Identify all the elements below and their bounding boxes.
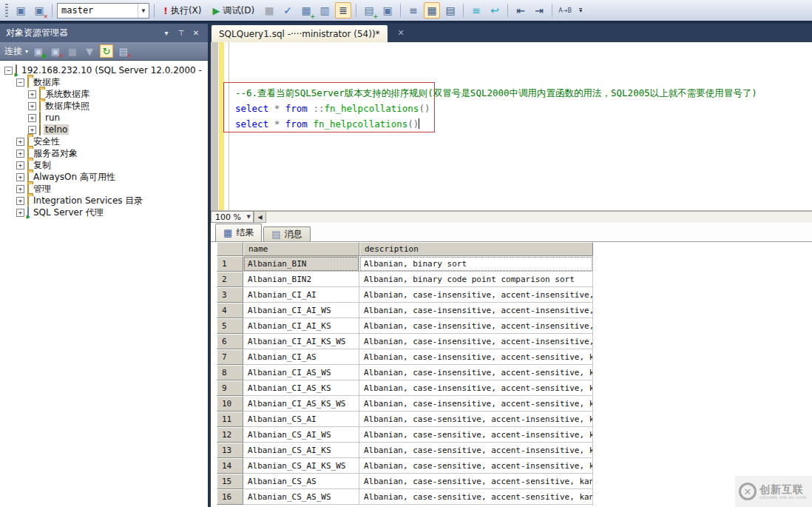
tree-expander[interactable]: + bbox=[28, 114, 36, 122]
cell-name[interactable]: Albanian_BIN bbox=[243, 256, 359, 272]
cell-description[interactable]: Albanian, case-sensitive, accent-insensi… bbox=[359, 458, 593, 474]
cell-name[interactable]: Albanian_CS_AI_KS bbox=[243, 443, 359, 458]
row-number-cell[interactable]: 10 bbox=[217, 396, 243, 412]
cell-name[interactable]: Albanian_CS_AI_KS_WS bbox=[243, 458, 359, 474]
tree-expander[interactable]: + bbox=[28, 102, 36, 110]
row-number-cell[interactable]: 5 bbox=[217, 318, 243, 334]
decrease-indent-icon[interactable]: ⇤ bbox=[512, 2, 529, 19]
tree-item[interactable]: +系统数据库 bbox=[0, 88, 208, 100]
execute-button[interactable]: !执行(X) bbox=[159, 2, 206, 19]
show-estimated-plan-icon[interactable]: ▦+ bbox=[298, 2, 314, 19]
row-number-cell[interactable]: 8 bbox=[217, 365, 243, 380]
oe-stop-icon[interactable]: ■ bbox=[66, 44, 79, 58]
tree-item[interactable]: −数据库 bbox=[0, 76, 208, 88]
cell-name[interactable]: Albanian_CI_AS_WS bbox=[243, 365, 359, 380]
tree-expander[interactable]: − bbox=[16, 78, 24, 87]
row-number-cell[interactable]: 11 bbox=[217, 412, 243, 427]
connect-icon[interactable]: ▣ bbox=[13, 2, 29, 19]
object-explorer-titlebar[interactable]: 对象资源管理器 ▾ ⊤ ✕ bbox=[0, 24, 208, 42]
tree-expander[interactable]: + bbox=[16, 173, 24, 181]
cell-name[interactable]: Albanian_BIN2 bbox=[243, 272, 359, 287]
row-number-cell[interactable]: 15 bbox=[217, 474, 243, 489]
edit-in-text-editor-icon[interactable]: ≣ bbox=[335, 2, 351, 19]
cell-name[interactable]: Albanian_CI_AS_KS bbox=[243, 380, 359, 396]
row-number-cell[interactable]: 4 bbox=[217, 303, 243, 318]
cell-description[interactable]: Albanian, case-insensitive, accent-sensi… bbox=[359, 365, 593, 380]
row-number-cell[interactable]: 3 bbox=[217, 287, 243, 303]
oe-filter-icon[interactable]: ▼ bbox=[83, 44, 96, 58]
results-to-grid-icon[interactable]: ▦ bbox=[424, 2, 440, 19]
editor-zoom-combo[interactable]: 100 % ▼ bbox=[211, 211, 254, 223]
cell-name[interactable]: Albanian_CI_AS bbox=[243, 349, 359, 365]
results-tab-messages[interactable]: ▤消息 bbox=[263, 226, 310, 241]
row-number-cell[interactable]: 16 bbox=[217, 489, 243, 505]
grid-column-header-description[interactable]: description bbox=[359, 242, 593, 256]
cell-description[interactable]: Albanian, case-sensitive, accent-insensi… bbox=[359, 427, 593, 443]
tab-close-icon[interactable]: ✕ bbox=[398, 28, 405, 38]
tree-expander[interactable]: + bbox=[16, 209, 24, 217]
cell-description[interactable]: Albanian, case-insensitive, accent-insen… bbox=[359, 334, 593, 349]
tree-item[interactable]: +run bbox=[0, 112, 208, 124]
specify-template-values-icon[interactable]: A→B bbox=[557, 2, 573, 19]
cell-description[interactable]: Albanian, binary sort bbox=[359, 256, 593, 272]
debug-button[interactable]: ▶调试(D) bbox=[209, 2, 260, 19]
comment-lines-icon[interactable]: ≡ bbox=[468, 2, 484, 19]
results-to-file-icon[interactable]: ▤ bbox=[442, 2, 459, 19]
tree-expander[interactable]: − bbox=[4, 67, 13, 75]
cell-description[interactable]: Albanian, case-insensitive, accent-sensi… bbox=[359, 349, 593, 365]
results-tab-results[interactable]: ▦结果 bbox=[215, 224, 262, 241]
tree-expander[interactable]: + bbox=[16, 197, 24, 205]
cell-description[interactable]: Albanian, case-sensitive, accent-insensi… bbox=[359, 412, 593, 427]
tree-expander[interactable]: + bbox=[16, 185, 24, 193]
query-options-icon[interactable]: ▥ bbox=[317, 2, 333, 19]
grid-corner-cell[interactable] bbox=[217, 242, 243, 256]
cell-name[interactable]: Albanian_CS_AI bbox=[243, 412, 359, 427]
toolbar-grip[interactable] bbox=[5, 4, 8, 17]
results-grid[interactable]: namedescription1Albanian_BINAlbanian, bi… bbox=[217, 242, 812, 507]
connect-button[interactable]: 连接 ▾ bbox=[4, 45, 28, 58]
cell-description[interactable]: Albanian, case-sensitive, accent-sensiti… bbox=[359, 474, 593, 489]
cell-description[interactable]: Albanian, case-insensitive, accent-insen… bbox=[359, 287, 593, 303]
cell-description[interactable]: Albanian, case-insensitive, accent-sensi… bbox=[359, 380, 593, 396]
tree-expander[interactable]: + bbox=[16, 138, 24, 146]
cell-name[interactable]: Albanian_CS_AI_WS bbox=[243, 427, 359, 443]
oe-connect-icon[interactable]: ▣● bbox=[32, 44, 45, 58]
tree-item[interactable]: +Integration Services 目录 bbox=[0, 195, 208, 207]
row-number-cell[interactable]: 6 bbox=[217, 334, 243, 349]
hscroll-left-arrow[interactable]: ◀ bbox=[254, 211, 266, 223]
row-number-cell[interactable]: 9 bbox=[217, 380, 243, 396]
grid-column-header-name[interactable]: name bbox=[243, 242, 359, 256]
row-number-cell[interactable]: 13 bbox=[217, 443, 243, 458]
tree-expander[interactable]: + bbox=[28, 90, 36, 98]
chevron-down-icon[interactable]: ▼ bbox=[138, 4, 149, 18]
tab-sqlquery1[interactable]: SQLQuery1.sql -····ministrator (54))* bbox=[212, 25, 388, 42]
cell-name[interactable]: Albanian_CS_AS_WS bbox=[243, 489, 359, 505]
row-number-cell[interactable]: 1 bbox=[217, 256, 243, 272]
cell-name[interactable]: Albanian_CI_AI_WS bbox=[243, 303, 359, 318]
tree-expander[interactable]: + bbox=[16, 150, 24, 158]
stop-button[interactable]: ■ bbox=[261, 2, 277, 19]
change-connection-icon[interactable]: ▣✕ bbox=[31, 2, 47, 19]
close-icon[interactable]: ✕ bbox=[190, 29, 202, 37]
oe-disconnect-icon[interactable]: ▣✕ bbox=[49, 44, 62, 58]
oe-script-error-icon[interactable]: ▤✕ bbox=[117, 44, 130, 58]
row-number-cell[interactable]: 2 bbox=[217, 272, 243, 287]
cell-name[interactable]: Albanian_CS_AS bbox=[243, 474, 359, 489]
row-number-cell[interactable]: 14 bbox=[217, 458, 243, 474]
cell-description[interactable]: Albanian, case-sensitive, accent-insensi… bbox=[359, 443, 593, 458]
row-number-cell[interactable]: 7 bbox=[217, 349, 243, 365]
oe-refresh-icon[interactable]: ↻ bbox=[100, 44, 113, 58]
cell-description[interactable]: Albanian, case-sensitive, accent-sensiti… bbox=[359, 489, 593, 505]
cell-description[interactable]: Albanian, case-insensitive, accent-sensi… bbox=[359, 396, 593, 412]
cell-description[interactable]: Albanian, binary code point comparison s… bbox=[359, 272, 593, 287]
database-combo[interactable]: master▼ bbox=[57, 3, 149, 19]
code-lines[interactable]: --6.查看当前SQLServer版本支持的排序规则(双冒号是SQL2000中调… bbox=[235, 85, 812, 132]
sql-editor[interactable]: --6.查看当前SQLServer版本支持的排序规则(双冒号是SQL2000中调… bbox=[211, 42, 812, 210]
toolbar-overflow-button[interactable]: ▾ bbox=[575, 2, 586, 19]
tree-item[interactable]: +数据库快照 bbox=[0, 100, 208, 112]
cell-name[interactable]: Albanian_CI_AI bbox=[243, 287, 359, 303]
row-number-cell[interactable]: 12 bbox=[217, 427, 243, 443]
tree-expander[interactable]: + bbox=[16, 161, 24, 169]
cell-name[interactable]: Albanian_CI_AI_KS bbox=[243, 318, 359, 334]
hscroll-track[interactable] bbox=[266, 211, 812, 223]
